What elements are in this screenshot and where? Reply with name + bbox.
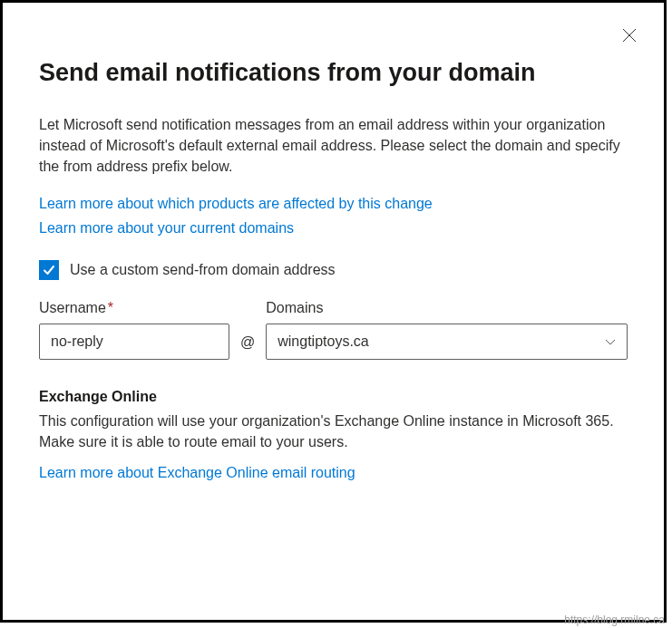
close-icon [622,28,637,43]
username-label-text: Username [39,300,106,315]
domains-select[interactable]: wingtiptoys.ca [266,324,628,360]
link-current-domains[interactable]: Learn more about your current domains [39,217,628,240]
username-label: Username* [39,300,229,316]
link-products-affected[interactable]: Learn more about which products are affe… [39,192,628,216]
custom-domain-checkbox-label: Use a custom send-from domain address [70,262,336,278]
close-button[interactable] [620,26,638,44]
username-field-group: Username* [39,300,229,360]
exchange-description: This configuration will use your organiz… [39,411,628,452]
username-input[interactable] [39,324,229,360]
link-exchange-routing[interactable]: Learn more about Exchange Online email r… [39,461,628,485]
page-title: Send email notifications from your domai… [39,57,628,89]
intro-description: Let Microsoft send notification messages… [39,114,628,178]
email-form-row: Username* @ Domains wingtiptoys.ca [39,300,628,360]
required-indicator: * [108,300,113,315]
checkmark-icon [43,264,55,276]
custom-domain-checkbox-row: Use a custom send-from domain address [39,260,628,280]
watermark-text: https://blog.rmilne.ca [564,614,665,626]
domains-select-wrapper: wingtiptoys.ca [266,324,628,360]
domains-select-value: wingtiptoys.ca [278,333,369,350]
domains-field-group: Domains wingtiptoys.ca [266,300,628,360]
settings-panel: Send email notifications from your domai… [0,0,667,623]
exchange-heading: Exchange Online [39,389,628,405]
domains-label: Domains [266,300,628,316]
at-separator: @ [240,334,255,360]
custom-domain-checkbox[interactable] [39,260,59,280]
